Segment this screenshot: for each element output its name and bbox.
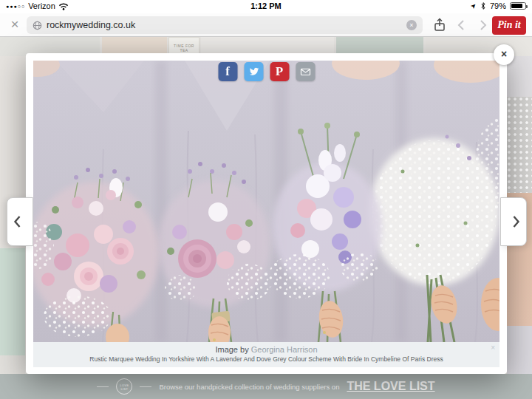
pinterest-share-button[interactable]: P [270,62,289,81]
facebook-icon: f [225,64,230,79]
footer-flourish [140,386,151,387]
caption-prefix: Image by [215,345,250,354]
url-text: rockmywedding.co.uk [47,20,406,30]
twitter-bird-icon [247,65,260,78]
caption-subtitle: Rustic Marquee Wedding In Yorkshire With… [33,355,499,363]
location-services-icon: ➤ [469,1,478,10]
logo-word: LIST [120,387,128,391]
close-browser-button[interactable]: × [6,16,24,33]
chevron-left-icon [13,215,21,228]
page-left-sliver [0,355,25,374]
page-left-photo [0,248,25,355]
share-icon[interactable] [432,18,448,33]
globe-icon [33,21,42,30]
status-bar: ●●●○○ Verizon 1:12 PM ➤ 79% [0,0,532,13]
footer-flourish [97,386,109,387]
chevron-right-icon [512,215,520,228]
image-caption-bar: Image by Georgina Harrison Rustic Marque… [33,342,499,367]
footer-text: Browse our handpicked collection of wedd… [159,383,339,391]
caption-dismiss-button[interactable]: × [491,344,495,352]
browser-toolbar: × rockmywedding.co.uk × Pin it [0,13,532,37]
pinterest-icon: P [276,64,283,79]
email-share-button[interactable] [296,62,315,81]
modal-close-button[interactable]: × [494,44,514,65]
back-button[interactable] [454,18,470,33]
tea-sign-card: TIME FOR TEA [168,37,200,55]
envelope-icon [299,65,312,78]
photographer-link[interactable]: Georgina Harrison [251,345,318,354]
page-right-photo [507,97,532,193]
battery-percent-label: 79% [490,1,506,10]
facebook-share-button[interactable]: f [218,62,237,81]
bouquet-photo [33,61,499,342]
pin-it-button[interactable]: Pin it [492,16,526,35]
twitter-share-button[interactable] [244,62,263,81]
site-footer-banner: LOVE LIST Browse our handpicked collecti… [0,374,532,399]
previous-image-button[interactable] [7,197,33,246]
clock-label: 1:12 PM [0,1,532,10]
footer-love-list-link[interactable]: THE LOVE LIST [347,380,434,393]
ipad-screen: ●●●○○ Verizon 1:12 PM ➤ 79% × [0,0,532,399]
image-lightbox-modal: f P × Image by Georgina Harrison [26,53,507,374]
battery-icon [510,2,526,10]
url-field[interactable]: rockmywedding.co.uk × [27,16,423,34]
forward-button[interactable] [474,18,491,33]
page-right-sliver [507,326,532,374]
caption-credit: Image by Georgina Harrison [33,345,499,354]
bluetooth-icon [480,1,486,10]
love-list-logo: LOVE LIST [116,378,132,395]
social-share-row: f P [218,62,315,81]
next-image-button[interactable] [500,197,527,246]
clear-url-button[interactable]: × [406,20,417,30]
